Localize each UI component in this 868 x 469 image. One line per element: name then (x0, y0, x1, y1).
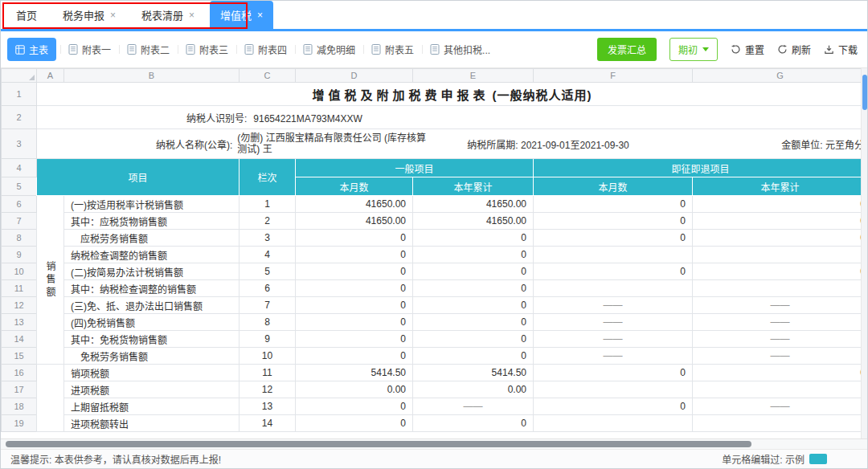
row-header[interactable]: 19 (2, 415, 37, 432)
cell-item-name[interactable]: 进项税额 (64, 381, 240, 398)
cell-item-name[interactable]: (四)免税销售额 (64, 314, 240, 331)
cell-ytd-refund[interactable]: 0 (693, 365, 868, 381)
cell-item-name[interactable]: (二)按简易办法计税销售额 (64, 263, 240, 280)
cell-month-refund[interactable]: 0 (534, 230, 693, 247)
row-header[interactable]: 16 (2, 365, 37, 381)
cell-ytd-general[interactable]: 0 (413, 280, 534, 297)
cell-month-refund[interactable]: —— (534, 297, 693, 314)
cell-ytd-general[interactable]: 0 (413, 348, 534, 365)
cell-ytd-refund[interactable]: —— (693, 314, 868, 331)
tab-home[interactable]: 首页 (6, 1, 47, 29)
select-all-corner[interactable] (2, 69, 37, 83)
row-header[interactable]: 10 (2, 263, 37, 280)
tab-tax-declaration[interactable]: 税务申报 × (52, 1, 126, 29)
cell-ytd-general[interactable]: 0 (413, 314, 534, 331)
cell-ytd-refund[interactable]: —— (693, 398, 868, 415)
row-header[interactable]: 1 (2, 83, 37, 106)
cell-month-refund[interactable] (534, 247, 693, 263)
row-header[interactable]: 6 (2, 196, 37, 213)
tab-vat-active[interactable]: 增值税 × (210, 1, 273, 29)
cell-month-general[interactable]: 0 (296, 314, 413, 331)
row-header[interactable]: 11 (2, 280, 37, 297)
cell-item-name[interactable]: 上期留抵税额 (64, 398, 240, 415)
cell-line-no[interactable]: 14 (240, 415, 296, 432)
cell-ytd-general[interactable]: 0 (413, 263, 534, 280)
column-header[interactable]: D (296, 69, 413, 83)
cell-month-general[interactable]: 0 (296, 348, 413, 365)
column-header[interactable]: B (64, 69, 240, 83)
sheet-tab-appendix5[interactable]: 附表五 (363, 38, 422, 61)
cell-month-general[interactable]: 0 (296, 247, 413, 263)
period-dropdown[interactable]: 期初 (669, 38, 718, 61)
horizontal-scrollbar[interactable] (1, 438, 867, 449)
cell-line-no[interactable]: 1 (240, 196, 296, 213)
cell-ytd-general[interactable]: 0 (413, 415, 534, 432)
cell-item-name[interactable]: 应税劳务销售额 (64, 230, 240, 247)
column-header[interactable]: F (534, 69, 693, 83)
cell-line-no[interactable]: 13 (240, 398, 296, 415)
tab-tax-table-list[interactable]: 税表清册 × (131, 1, 205, 29)
horizontal-scrollbar-thumb[interactable] (6, 441, 751, 447)
download-button[interactable]: 下载 (824, 43, 858, 56)
cell-line-no[interactable]: 7 (240, 297, 296, 314)
cell-month-general[interactable]: 0 (296, 230, 413, 247)
cell-line-no[interactable]: 8 (240, 314, 296, 331)
cell-line-no[interactable]: 10 (240, 348, 296, 365)
reset-button[interactable]: 重置 (731, 43, 764, 56)
cell-item-name[interactable]: 销项税额 (64, 365, 240, 381)
vertical-scrollbar[interactable] (861, 68, 867, 438)
row-header[interactable]: 8 (2, 230, 37, 247)
cell-ytd-refund[interactable]: —— (693, 348, 868, 365)
row-header[interactable]: 3 (2, 129, 37, 159)
close-icon[interactable]: × (257, 10, 263, 20)
cell-line-no[interactable]: 12 (240, 381, 296, 398)
cell-month-general[interactable]: 0 (296, 331, 413, 348)
cell-item-name[interactable]: 其中：应税货物销售额 (64, 213, 240, 230)
sheet-tab-appendix2[interactable]: 附表二 (119, 38, 178, 61)
row-header[interactable]: 13 (2, 314, 37, 331)
row-header[interactable]: 15 (2, 348, 37, 365)
cell-ytd-general[interactable]: 5414.50 (413, 365, 534, 381)
cell-ytd-refund[interactable] (693, 381, 868, 398)
cell-month-refund[interactable]: —— (534, 314, 693, 331)
invoice-summary-button[interactable]: 发票汇总 (597, 38, 657, 61)
cell-month-refund[interactable] (534, 381, 693, 398)
cell-month-general[interactable]: 0.00 (296, 381, 413, 398)
row-header[interactable]: 5 (2, 177, 37, 196)
sheet-tab-main[interactable]: 主表 (7, 38, 56, 61)
cell-month-refund[interactable]: —— (534, 331, 693, 348)
cell-item-name[interactable]: (三)免、抵、退办法出口销售额 (64, 297, 240, 314)
cell-month-general[interactable]: 0 (296, 398, 413, 415)
cell-month-refund[interactable]: 0 (534, 213, 693, 230)
cell-month-general[interactable]: 0 (296, 415, 413, 432)
cell-ytd-refund[interactable]: 0 (693, 213, 868, 230)
refresh-button[interactable]: 刷新 (777, 43, 811, 56)
row-header[interactable]: 12 (2, 297, 37, 314)
cell-ytd-general[interactable]: 0 (413, 331, 534, 348)
cell-ytd-refund[interactable]: 0 (693, 230, 868, 247)
cell-ytd-refund[interactable]: —— (693, 297, 868, 314)
cell-line-no[interactable]: 5 (240, 263, 296, 280)
cell-month-general[interactable]: 41650.00 (296, 196, 413, 213)
cell-month-general[interactable]: 0 (296, 280, 413, 297)
row-header[interactable]: 2 (2, 106, 37, 129)
cell-item-name[interactable]: 进项税额转出 (64, 415, 240, 432)
cell-ytd-refund[interactable]: —— (693, 331, 868, 348)
cell-month-general[interactable]: 5414.50 (296, 365, 413, 381)
cell-month-refund[interactable]: 0 (534, 196, 693, 213)
cell-ytd-general[interactable]: 0 (413, 230, 534, 247)
cell-line-no[interactable]: 6 (240, 280, 296, 297)
row-header[interactable]: 17 (2, 381, 37, 398)
sheet-tab-reduction-detail[interactable]: 减免明细 (295, 38, 363, 61)
cell-ytd-refund[interactable] (693, 415, 868, 432)
close-icon[interactable]: × (189, 10, 194, 20)
cell-ytd-refund[interactable]: 0 (693, 196, 868, 213)
sheet-tab-appendix1[interactable]: 附表一 (60, 38, 119, 61)
column-header[interactable]: E (413, 69, 534, 83)
sheet-tab-other-deduction[interactable]: 其他扣税... (422, 38, 498, 61)
cell-ytd-general[interactable]: 41650.00 (413, 196, 534, 213)
vertical-scrollbar-thumb[interactable] (862, 75, 867, 110)
cell-line-no[interactable]: 11 (240, 365, 296, 381)
cell-ytd-general[interactable]: 41650.00 (413, 213, 534, 230)
cell-ytd-general[interactable]: —— (413, 398, 534, 415)
